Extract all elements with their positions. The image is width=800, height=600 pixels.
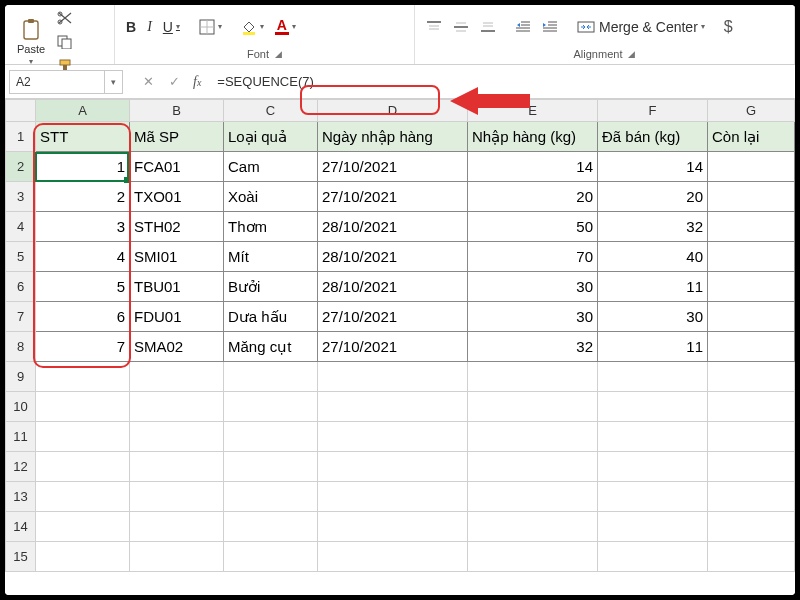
align-top-button[interactable]	[421, 16, 447, 38]
cell[interactable]	[598, 422, 708, 452]
cell[interactable]	[130, 542, 224, 572]
column-header-F[interactable]: F	[598, 100, 708, 122]
cell[interactable]: Còn lại	[708, 122, 795, 152]
cell[interactable]: 20	[468, 182, 598, 212]
cell[interactable]: 28/10/2021	[318, 242, 468, 272]
increase-indent-button[interactable]	[537, 16, 563, 38]
cell[interactable]	[224, 452, 318, 482]
cell[interactable]: Mít	[224, 242, 318, 272]
cell[interactable]	[468, 422, 598, 452]
cell[interactable]	[468, 392, 598, 422]
italic-button[interactable]: I	[142, 15, 157, 39]
cell[interactable]	[130, 482, 224, 512]
cell[interactable]: SMA02	[130, 332, 224, 362]
align-bottom-button[interactable]	[475, 16, 501, 38]
cell[interactable]: Ngày nhập hàng	[318, 122, 468, 152]
cell[interactable]: 27/10/2021	[318, 152, 468, 182]
cell[interactable]	[318, 392, 468, 422]
cell[interactable]: STT	[36, 122, 130, 152]
cell[interactable]	[318, 422, 468, 452]
fill-color-button[interactable]	[236, 15, 269, 39]
cell[interactable]: 32	[598, 212, 708, 242]
font-color-button[interactable]: A	[270, 14, 301, 39]
cell[interactable]	[36, 392, 130, 422]
row-header[interactable]: 13	[6, 482, 36, 512]
decrease-indent-button[interactable]	[510, 16, 536, 38]
cell[interactable]	[708, 392, 795, 422]
column-header-A[interactable]: A	[36, 100, 130, 122]
cell[interactable]: Xoài	[224, 182, 318, 212]
cell[interactable]	[468, 542, 598, 572]
cell[interactable]: Cam	[224, 152, 318, 182]
cell[interactable]	[598, 542, 708, 572]
cell[interactable]: 70	[468, 242, 598, 272]
cell[interactable]	[468, 482, 598, 512]
cell[interactable]	[598, 362, 708, 392]
cell[interactable]	[224, 362, 318, 392]
cell[interactable]: Măng cụt	[224, 332, 318, 362]
row-header[interactable]: 6	[6, 272, 36, 302]
cell[interactable]	[598, 392, 708, 422]
dialog-launcher-icon[interactable]: ◢	[275, 49, 282, 59]
fx-icon[interactable]: fx	[193, 74, 201, 90]
cell[interactable]	[708, 542, 795, 572]
worksheet[interactable]: A B C D E F G 1 STT Mã SP Loại quả Ngày …	[5, 99, 795, 595]
cell[interactable]: 14	[598, 152, 708, 182]
cell[interactable]	[318, 482, 468, 512]
cell[interactable]	[130, 512, 224, 542]
row-header[interactable]: 1	[6, 122, 36, 152]
row-header[interactable]: 2	[6, 152, 36, 182]
paste-button[interactable]: Paste ▾	[11, 17, 51, 68]
cell[interactable]: Loại quả	[224, 122, 318, 152]
cell[interactable]: Dưa hấu	[224, 302, 318, 332]
cell[interactable]: SMI01	[130, 242, 224, 272]
name-box-dropdown[interactable]: ▾	[105, 70, 123, 94]
cell[interactable]: 11	[598, 272, 708, 302]
cell[interactable]	[598, 512, 708, 542]
align-middle-button[interactable]	[448, 16, 474, 38]
cell[interactable]	[708, 212, 795, 242]
cell[interactable]	[224, 482, 318, 512]
cell[interactable]	[708, 512, 795, 542]
cell[interactable]	[318, 512, 468, 542]
row-header[interactable]: 5	[6, 242, 36, 272]
cell[interactable]: Đã bán (kg)	[598, 122, 708, 152]
border-button[interactable]	[194, 15, 227, 39]
cell[interactable]: 27/10/2021	[318, 182, 468, 212]
currency-button[interactable]: $	[719, 14, 738, 40]
cell[interactable]	[468, 452, 598, 482]
cell[interactable]	[318, 452, 468, 482]
underline-button[interactable]: U	[158, 15, 185, 39]
cell[interactable]	[468, 512, 598, 542]
cell[interactable]: 27/10/2021	[318, 332, 468, 362]
cell[interactable]	[468, 362, 598, 392]
cell[interactable]	[130, 452, 224, 482]
cell[interactable]	[598, 452, 708, 482]
column-header-C[interactable]: C	[224, 100, 318, 122]
cell[interactable]: 1	[36, 152, 130, 182]
dialog-launcher-icon[interactable]: ◢	[628, 49, 635, 59]
cell[interactable]: 32	[468, 332, 598, 362]
cell[interactable]: Nhập hàng (kg)	[468, 122, 598, 152]
cell[interactable]	[708, 152, 795, 182]
cell[interactable]	[224, 422, 318, 452]
cell[interactable]	[36, 422, 130, 452]
cell[interactable]: 20	[598, 182, 708, 212]
cell[interactable]: 30	[468, 302, 598, 332]
copy-button[interactable]	[52, 31, 78, 53]
cell[interactable]: 2	[36, 182, 130, 212]
cell[interactable]	[224, 512, 318, 542]
row-header[interactable]: 14	[6, 512, 36, 542]
cell[interactable]	[130, 362, 224, 392]
cell[interactable]	[318, 542, 468, 572]
select-all-button[interactable]	[6, 100, 36, 122]
cell[interactable]	[36, 542, 130, 572]
bold-button[interactable]: B	[121, 15, 141, 39]
cell[interactable]: TBU01	[130, 272, 224, 302]
accept-formula-button[interactable]: ✓	[161, 70, 187, 94]
cell[interactable]: 5	[36, 272, 130, 302]
row-header[interactable]: 4	[6, 212, 36, 242]
cell[interactable]	[36, 452, 130, 482]
cell[interactable]	[36, 512, 130, 542]
row-header[interactable]: 10	[6, 392, 36, 422]
